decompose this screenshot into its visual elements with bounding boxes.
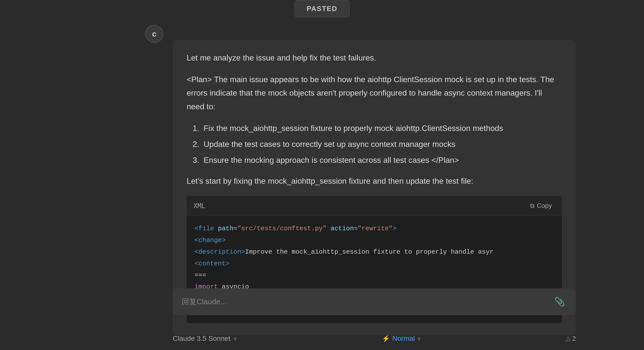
copy-label: Copy	[537, 202, 552, 210]
warning-icon: △	[566, 335, 570, 342]
input-placeholder[interactable]: 回复Claude...	[182, 297, 552, 307]
copy-icon: ⧉	[530, 202, 534, 209]
bottom-bar: Claude 3.5 Sonnet ∨ ⚡ Normal ∨ △ 2	[173, 334, 576, 342]
model-chevron-icon: ∨	[234, 335, 237, 341]
pasted-label: PASTED	[306, 5, 338, 13]
code-line: <content>	[194, 258, 554, 270]
list-item: 1. Fix the mock_aiohttp_session fixture …	[192, 122, 562, 134]
model-selector[interactable]: Claude 3.5 Sonnet ∨	[173, 334, 237, 342]
code-lang: XML	[194, 202, 205, 210]
list-item-text: Update the test cases to correctly set u…	[204, 138, 456, 150]
code-line: ===	[194, 269, 554, 281]
chat-plan: <Plan> The main issue appears to be with…	[187, 73, 562, 113]
chat-list: 1. Fix the mock_aiohttp_session fixture …	[187, 122, 562, 166]
attach-button[interactable]: 📎	[552, 296, 567, 308]
style-chevron-icon: ∨	[417, 335, 421, 341]
style-text: Normal	[392, 334, 415, 342]
code-header: XML ⧉ Copy	[187, 196, 562, 216]
style-icon: ⚡	[382, 335, 390, 342]
list-item: 3. Ensure the mocking approach is consis…	[192, 154, 562, 166]
attach-icon: 📎	[554, 297, 565, 306]
avatar: c	[145, 25, 163, 43]
pasted-card: PASTED	[294, 0, 350, 18]
list-item-text: Fix the mock_aiohttp_session fixture to …	[204, 122, 503, 134]
code-line: <description>Improve the mock_aiohttp_se…	[194, 246, 554, 258]
model-name: Claude 3.5 Sonnet	[173, 334, 230, 342]
input-area: 回复Claude... 📎	[173, 288, 576, 315]
list-item-text: Ensure the mocking approach is consisten…	[204, 154, 459, 166]
list-item: 2. Update the test cases to correctly se…	[192, 138, 562, 150]
code-line: <change>	[194, 234, 554, 246]
avatar-initial: c	[152, 29, 156, 39]
copy-button[interactable]: ⧉ Copy	[527, 200, 555, 211]
avatar-container: c	[145, 25, 163, 43]
token-count: △ 2	[566, 335, 576, 342]
chat-intro: Let me analyze the issue and help fix th…	[187, 52, 562, 64]
style-selector[interactable]: ⚡ Normal ∨	[382, 334, 421, 342]
chat-cta: Let's start by fixing the mock_aiohttp_s…	[187, 175, 562, 187]
code-line: <file path="src/tests/conftest.py" actio…	[194, 223, 554, 234]
token-number: 2	[572, 335, 576, 342]
